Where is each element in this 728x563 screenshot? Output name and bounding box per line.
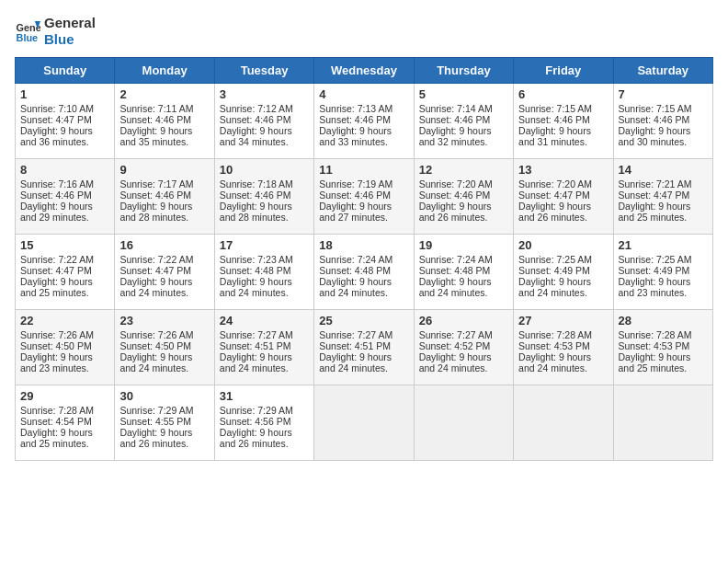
sunrise-label: Sunrise: 7:26 AM — [20, 329, 94, 340]
day-number: 23 — [119, 314, 209, 327]
day-cell: 14Sunrise: 7:21 AMSunset: 4:47 PMDayligh… — [613, 159, 712, 235]
sunset-label: Sunset: 4:48 PM — [220, 265, 291, 276]
day-number: 7 — [619, 87, 708, 101]
sunrise-label: Sunrise: 7:13 AM — [319, 103, 392, 114]
day-cell: 30Sunrise: 7:29 AMSunset: 4:55 PMDayligh… — [115, 385, 214, 461]
daylight-label: Daylight: 9 hours and 33 minutes. — [319, 125, 392, 147]
day-cell: 2Sunrise: 7:11 AMSunset: 4:46 PMDaylight… — [115, 84, 214, 159]
daylight-label: Daylight: 9 hours and 25 minutes. — [20, 427, 93, 449]
daylight-label: Daylight: 9 hours and 26 minutes. — [419, 201, 492, 223]
weekday-header-sunday: Sunday — [16, 58, 115, 84]
sunset-label: Sunset: 4:46 PM — [419, 114, 491, 125]
day-cell: 8Sunrise: 7:16 AMSunset: 4:46 PMDaylight… — [16, 159, 115, 235]
sunset-label: Sunset: 4:48 PM — [419, 265, 491, 276]
sunset-label: Sunset: 4:50 PM — [20, 340, 92, 351]
week-row-5: 29Sunrise: 7:28 AMSunset: 4:54 PMDayligh… — [16, 385, 713, 461]
sunrise-label: Sunrise: 7:15 AM — [518, 103, 592, 114]
sunrise-label: Sunrise: 7:28 AM — [619, 329, 692, 340]
day-number: 16 — [119, 238, 209, 252]
day-number: 4 — [319, 87, 408, 101]
daylight-label: Daylight: 9 hours and 32 minutes. — [419, 125, 492, 147]
day-cell: 12Sunrise: 7:20 AMSunset: 4:46 PMDayligh… — [414, 159, 513, 235]
day-number: 15 — [20, 238, 109, 252]
daylight-label: Daylight: 9 hours and 28 minutes. — [220, 201, 292, 223]
weekday-header-monday: Monday — [115, 58, 214, 84]
sunrise-label: Sunrise: 7:18 AM — [220, 178, 293, 190]
day-cell: 26Sunrise: 7:27 AMSunset: 4:52 PMDayligh… — [414, 310, 513, 385]
sunset-label: Sunset: 4:46 PM — [419, 190, 491, 201]
sunset-label: Sunset: 4:49 PM — [518, 265, 590, 276]
day-number: 27 — [518, 314, 608, 327]
sunrise-label: Sunrise: 7:23 AM — [220, 254, 293, 265]
day-cell: 1Sunrise: 7:10 AMSunset: 4:47 PMDaylight… — [16, 84, 115, 159]
day-number: 30 — [119, 389, 209, 403]
day-cell: 25Sunrise: 7:27 AMSunset: 4:51 PMDayligh… — [314, 310, 414, 385]
day-cell: 24Sunrise: 7:27 AMSunset: 4:51 PMDayligh… — [214, 310, 313, 385]
day-cell: 6Sunrise: 7:15 AMSunset: 4:46 PMDaylight… — [514, 84, 613, 159]
sunset-label: Sunset: 4:47 PM — [518, 190, 590, 201]
day-cell: 11Sunrise: 7:19 AMSunset: 4:46 PMDayligh… — [314, 159, 414, 235]
calendar-body: 1Sunrise: 7:10 AMSunset: 4:47 PMDaylight… — [16, 84, 713, 461]
daylight-label: Daylight: 9 hours and 24 minutes. — [220, 276, 292, 298]
day-cell — [514, 385, 613, 461]
sunrise-label: Sunrise: 7:20 AM — [518, 178, 592, 190]
day-number: 22 — [20, 314, 109, 327]
day-number: 20 — [518, 238, 608, 252]
day-number: 24 — [220, 314, 309, 327]
sunset-label: Sunset: 4:51 PM — [220, 340, 291, 351]
day-cell: 5Sunrise: 7:14 AMSunset: 4:46 PMDaylight… — [414, 84, 513, 159]
day-cell: 20Sunrise: 7:25 AMSunset: 4:49 PMDayligh… — [514, 235, 613, 310]
sunrise-label: Sunrise: 7:20 AM — [419, 178, 493, 190]
day-number: 3 — [220, 87, 309, 101]
sunrise-label: Sunrise: 7:28 AM — [20, 405, 94, 416]
sunrise-label: Sunrise: 7:25 AM — [619, 254, 692, 265]
day-cell: 28Sunrise: 7:28 AMSunset: 4:53 PMDayligh… — [613, 310, 712, 385]
day-number: 9 — [119, 163, 209, 177]
logo-icon: General Blue — [15, 18, 40, 44]
daylight-label: Daylight: 9 hours and 26 minutes. — [518, 201, 591, 223]
sunrise-label: Sunrise: 7:28 AM — [518, 329, 592, 340]
day-number: 2 — [119, 87, 209, 101]
day-cell: 9Sunrise: 7:17 AMSunset: 4:46 PMDaylight… — [115, 159, 214, 235]
sunrise-label: Sunrise: 7:25 AM — [518, 254, 592, 265]
sunrise-label: Sunrise: 7:15 AM — [619, 103, 692, 114]
week-row-2: 8Sunrise: 7:16 AMSunset: 4:46 PMDaylight… — [16, 159, 713, 235]
day-number: 11 — [319, 163, 408, 177]
day-cell: 22Sunrise: 7:26 AMSunset: 4:50 PMDayligh… — [16, 310, 115, 385]
sunset-label: Sunset: 4:55 PM — [119, 416, 191, 427]
logo: General Blue General Blue — [15, 15, 96, 48]
daylight-label: Daylight: 9 hours and 24 minutes. — [419, 351, 492, 373]
sunset-label: Sunset: 4:51 PM — [319, 340, 391, 351]
sunset-label: Sunset: 4:46 PM — [220, 114, 291, 125]
sunset-label: Sunset: 4:46 PM — [319, 114, 391, 125]
sunrise-label: Sunrise: 7:27 AM — [220, 329, 293, 340]
day-number: 1 — [20, 87, 109, 101]
day-cell: 16Sunrise: 7:22 AMSunset: 4:47 PMDayligh… — [115, 235, 214, 310]
sunset-label: Sunset: 4:46 PM — [220, 190, 291, 201]
sunrise-label: Sunrise: 7:26 AM — [119, 329, 193, 340]
daylight-label: Daylight: 9 hours and 26 minutes. — [220, 427, 292, 449]
day-number: 14 — [619, 163, 708, 177]
daylight-label: Daylight: 9 hours and 24 minutes. — [518, 276, 591, 298]
sunset-label: Sunset: 4:56 PM — [220, 416, 291, 427]
daylight-label: Daylight: 9 hours and 24 minutes. — [319, 351, 392, 373]
sunrise-label: Sunrise: 7:14 AM — [419, 103, 493, 114]
day-number: 26 — [419, 314, 508, 327]
sunrise-label: Sunrise: 7:17 AM — [119, 178, 193, 190]
weekday-header-friday: Friday — [514, 58, 613, 84]
daylight-label: Daylight: 9 hours and 28 minutes. — [119, 201, 192, 223]
daylight-label: Daylight: 9 hours and 26 minutes. — [119, 427, 192, 449]
week-row-3: 15Sunrise: 7:22 AMSunset: 4:47 PMDayligh… — [16, 235, 713, 310]
sunset-label: Sunset: 4:53 PM — [619, 340, 690, 351]
day-cell: 23Sunrise: 7:26 AMSunset: 4:50 PMDayligh… — [115, 310, 214, 385]
sunrise-label: Sunrise: 7:24 AM — [319, 254, 392, 265]
day-cell: 13Sunrise: 7:20 AMSunset: 4:47 PMDayligh… — [514, 159, 613, 235]
day-cell: 17Sunrise: 7:23 AMSunset: 4:48 PMDayligh… — [214, 235, 313, 310]
day-number: 17 — [220, 238, 309, 252]
day-number: 10 — [220, 163, 309, 177]
daylight-label: Daylight: 9 hours and 36 minutes. — [20, 125, 93, 147]
day-number: 12 — [419, 163, 508, 177]
day-cell: 18Sunrise: 7:24 AMSunset: 4:48 PMDayligh… — [314, 235, 414, 310]
sunrise-label: Sunrise: 7:11 AM — [119, 103, 193, 114]
daylight-label: Daylight: 9 hours and 24 minutes. — [419, 276, 492, 298]
